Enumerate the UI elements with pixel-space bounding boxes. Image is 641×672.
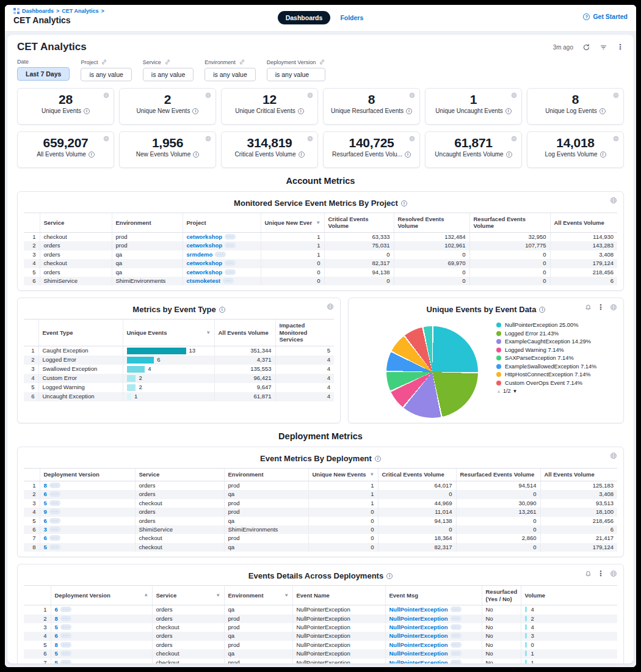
cell-deployment-version[interactable]: 6··· bbox=[51, 632, 152, 640]
column-header-volume[interactable]: Volume bbox=[521, 586, 617, 605]
column-header-resurfaced-events-volume[interactable]: Resurfaced Events Volume bbox=[456, 469, 540, 481]
legend-next-icon[interactable]: ▼ bbox=[512, 389, 517, 394]
cell-link[interactable]: 5 bbox=[44, 544, 47, 550]
more-chip[interactable]: ··· bbox=[49, 518, 60, 524]
cell-deployment-version[interactable]: 8··· bbox=[51, 641, 152, 649]
table-row[interactable]: 56···ordersqa094,1380218,456 bbox=[24, 517, 617, 525]
info-icon[interactable]: i bbox=[375, 456, 381, 462]
column-header-resolved-events-volume[interactable]: Resolved Events Volume bbox=[394, 213, 469, 233]
more-chip[interactable]: ··· bbox=[451, 651, 462, 656]
legend-prev-icon[interactable]: ▲ bbox=[496, 389, 501, 394]
cell-link[interactable]: 6 bbox=[55, 632, 58, 639]
more-chip[interactable]: ··· bbox=[451, 660, 462, 663]
cell-link[interactable]: cetworkshop bbox=[187, 233, 223, 240]
info-icon[interactable]: i bbox=[599, 108, 606, 114]
column-header-service[interactable]: ∨Service bbox=[152, 586, 224, 605]
info-icon[interactable]: i bbox=[193, 152, 199, 158]
column-header-all-events-volume[interactable]: All Events Volume bbox=[540, 469, 617, 481]
sort-desc-icon[interactable]: ∨ bbox=[216, 593, 220, 597]
table-row[interactable]: 28···ordersprodNullPointerExceptionNullP… bbox=[24, 615, 617, 623]
column-header-deployment-version[interactable]: ∧Deployment Version bbox=[51, 586, 152, 605]
cell-link[interactable]: cetworkshop bbox=[187, 242, 223, 249]
more-chip[interactable]: ··· bbox=[60, 651, 71, 656]
cell-deployment-version[interactable]: 5··· bbox=[40, 543, 135, 552]
more-chip[interactable]: ··· bbox=[49, 527, 60, 532]
more-chip[interactable]: ··· bbox=[451, 633, 462, 638]
info-icon[interactable]: i bbox=[84, 108, 90, 114]
filter-value-service[interactable]: is any value bbox=[143, 68, 194, 81]
column-header-resurfaced-yes-no[interactable]: Resurfaced (Yes / No) bbox=[482, 586, 521, 605]
info-icon[interactable]: i bbox=[406, 108, 412, 114]
cell-deployment-version[interactable]: 6··· bbox=[51, 605, 152, 615]
cell-link[interactable]: 6 bbox=[55, 606, 58, 613]
cell-event-msg[interactable]: NullPointerException··· bbox=[385, 605, 482, 615]
table-row[interactable]: 18···ordersprod164,01794,514125,183 bbox=[24, 481, 617, 490]
cell-link[interactable]: NullPointerException bbox=[389, 624, 448, 630]
tab-folders[interactable]: Folders bbox=[340, 14, 363, 21]
table-row[interactable]: 5Logged Warning29,6474 bbox=[24, 383, 334, 392]
sort-asc-icon[interactable]: ∧ bbox=[144, 593, 148, 597]
table-row[interactable]: 46···ordersqaNullPointerExceptionNullPoi… bbox=[24, 632, 617, 640]
info-icon[interactable]: i bbox=[219, 307, 225, 313]
cell-link[interactable]: 5 bbox=[44, 500, 47, 506]
table-row[interactable]: 65···checkoutqaNullPointerExceptionNullP… bbox=[24, 649, 617, 658]
more-chip[interactable]: ··· bbox=[49, 544, 60, 550]
more-chip[interactable]: ··· bbox=[49, 483, 60, 488]
cell-link[interactable]: 6 bbox=[44, 517, 47, 524]
more-chip[interactable]: ··· bbox=[451, 607, 462, 612]
kebab-menu-icon[interactable]: ⋮ bbox=[597, 303, 604, 312]
column-header-unique-new-events[interactable]: ∨Unique New Events bbox=[308, 469, 378, 481]
more-chip[interactable]: ··· bbox=[225, 260, 236, 266]
table-row[interactable]: 1checkoutprodcetworkshop···163,333132,48… bbox=[24, 232, 617, 241]
breadcrumb[interactable]: Dashboards > CET Analytics > bbox=[13, 8, 104, 14]
cell-deployment-version[interactable]: 6··· bbox=[40, 534, 135, 542]
cell-event-msg[interactable]: NullPointerException··· bbox=[385, 615, 482, 623]
more-chip[interactable]: ··· bbox=[60, 624, 71, 630]
more-chip[interactable]: ··· bbox=[60, 660, 71, 663]
more-chip[interactable]: ··· bbox=[60, 633, 71, 638]
table-row[interactable]: 26···ordersqa1003,408 bbox=[24, 490, 617, 499]
info-icon[interactable]: i bbox=[192, 108, 198, 114]
cell-deployment-version[interactable]: 5··· bbox=[51, 659, 152, 663]
filter-value-project[interactable]: is any value bbox=[81, 68, 131, 81]
cell-deployment-version[interactable]: 3··· bbox=[40, 525, 135, 534]
info-icon[interactable]: i bbox=[505, 108, 512, 114]
table-row[interactable]: 85···checkoutqa082,3170179,124 bbox=[24, 543, 617, 552]
cell-event-msg[interactable]: NullPointerException··· bbox=[385, 641, 482, 649]
column-header-service[interactable]: Service bbox=[135, 469, 224, 481]
bell-icon[interactable] bbox=[585, 304, 592, 311]
sort-desc-icon[interactable]: ∨ bbox=[206, 330, 211, 335]
more-chip[interactable]: ··· bbox=[225, 234, 236, 239]
cell-link[interactable]: 5 bbox=[55, 659, 58, 663]
cell-event-msg[interactable]: NullPointerException··· bbox=[385, 649, 482, 658]
column-header-environment[interactable]: Environment bbox=[112, 213, 183, 233]
filter-value-environment[interactable]: is any value bbox=[205, 68, 255, 81]
sort-desc-icon[interactable]: ∨ bbox=[284, 593, 289, 597]
table-row[interactable]: 58···ordersprodNullPointerExceptionNullP… bbox=[24, 641, 617, 649]
info-icon[interactable]: i bbox=[506, 152, 512, 158]
more-chip[interactable]: ··· bbox=[215, 252, 226, 257]
cell-link[interactable]: cetworkshop bbox=[187, 269, 223, 276]
cell-link[interactable]: 6 bbox=[44, 535, 47, 541]
cell-deployment-version[interactable]: 8··· bbox=[40, 481, 135, 490]
cell-event-msg[interactable]: NullPointerException··· bbox=[385, 623, 482, 632]
more-chip[interactable]: ··· bbox=[60, 642, 71, 648]
cell-link[interactable]: 8 bbox=[44, 482, 47, 489]
column-header-service[interactable]: Service bbox=[40, 213, 112, 233]
cell-deployment-version[interactable]: 5··· bbox=[51, 649, 152, 658]
cell-link[interactable]: 8 bbox=[55, 615, 58, 622]
table-row[interactable]: 63···ShimiServiceShimiEnvironments0006 bbox=[24, 525, 617, 534]
table-row[interactable]: 2Logged Error64,3714 bbox=[24, 356, 334, 365]
cell-link[interactable]: NullPointerException bbox=[389, 606, 448, 613]
more-chip[interactable]: ··· bbox=[451, 616, 462, 621]
more-chip[interactable]: ··· bbox=[60, 616, 71, 621]
bell-icon[interactable] bbox=[585, 571, 592, 577]
cell-link[interactable]: NullPointerException bbox=[389, 650, 448, 657]
cell-link[interactable]: ctsmoketest bbox=[187, 277, 220, 284]
column-header-critical-events-volume[interactable]: Critical Events Volume bbox=[378, 469, 456, 481]
table-row[interactable]: 6Uncaught Exception161,8714 bbox=[24, 392, 334, 401]
info-icon[interactable]: i bbox=[386, 573, 393, 579]
cell-project[interactable]: cetworkshop··· bbox=[183, 259, 261, 268]
info-icon[interactable]: i bbox=[298, 108, 304, 114]
cell-link[interactable]: 8 bbox=[55, 641, 58, 648]
